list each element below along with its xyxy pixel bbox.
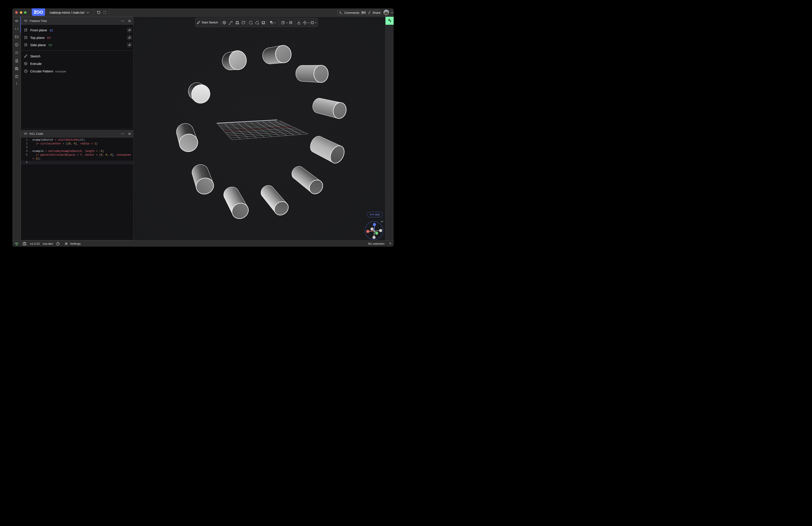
svg-text:x: x (16, 44, 17, 46)
